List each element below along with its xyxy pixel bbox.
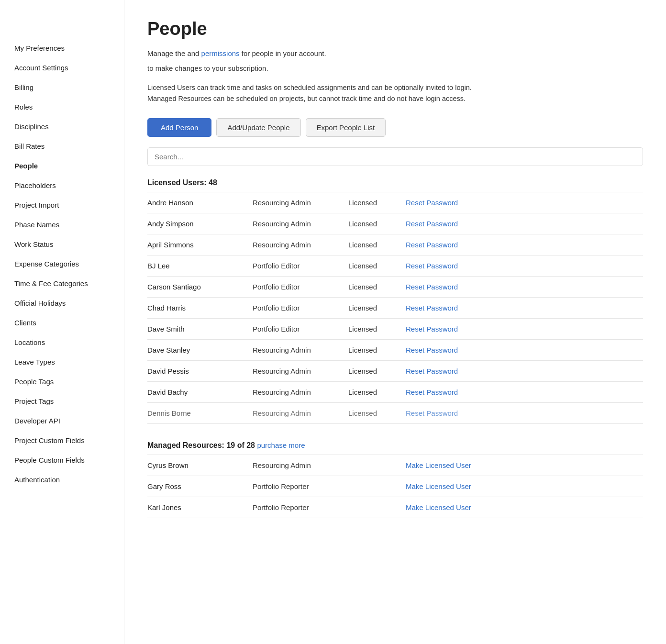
sidebar-item-placeholders[interactable]: Placeholders <box>0 176 124 195</box>
sidebar-item-authentication[interactable]: Authentication <box>0 470 124 489</box>
person-role: Portfolio Editor <box>253 255 348 276</box>
licensed-users-table: Andre HansonResourcing AdminLicensedRese… <box>147 192 643 424</box>
sidebar-item-roles[interactable]: Roles <box>0 97 124 117</box>
reset-password-action[interactable]: Reset Password <box>406 304 458 312</box>
search-input[interactable] <box>147 147 643 166</box>
person-type: Licensed <box>348 402 406 423</box>
sidebar-item-leave-types[interactable]: Leave Types <box>0 352 124 372</box>
person-name: David Pessis <box>147 360 253 381</box>
reset-password-action[interactable]: Reset Password <box>406 409 458 417</box>
main-content: People Manage the and permissions for pe… <box>124 0 666 644</box>
reset-password-link[interactable]: Reset Password <box>406 213 643 234</box>
sidebar-item-disciplines[interactable]: Disciplines <box>0 117 124 136</box>
add-update-people-button[interactable]: Add/Update People <box>216 118 300 137</box>
person-role: Resourcing Admin <box>253 192 348 213</box>
reset-password-action[interactable]: Reset Password <box>406 283 458 291</box>
make-licensed-user-action[interactable]: Make Licensed User <box>406 503 471 511</box>
person-name: BJ Lee <box>147 255 253 276</box>
reset-password-link[interactable]: Reset Password <box>406 255 643 276</box>
person-role: Portfolio Reporter <box>253 497 348 518</box>
reset-password-action[interactable]: Reset Password <box>406 346 458 354</box>
person-type: Licensed <box>348 213 406 234</box>
managed-resources-table: Cyrus BrownResourcing AdminMake Licensed… <box>147 455 643 518</box>
sidebar-item-expense-categories[interactable]: Expense Categories <box>0 254 124 274</box>
person-type: Licensed <box>348 255 406 276</box>
reset-password-link[interactable]: Reset Password <box>406 339 643 360</box>
make-licensed-user-link[interactable]: Make Licensed User <box>406 497 643 518</box>
reset-password-action[interactable]: Reset Password <box>406 241 458 249</box>
reset-password-link[interactable]: Reset Password <box>406 297 643 318</box>
sidebar-item-people-tags[interactable]: People Tags <box>0 372 124 391</box>
table-row: David PessisResourcing AdminLicensedRese… <box>147 360 643 381</box>
person-name: Karl Jones <box>147 497 253 518</box>
reset-password-link[interactable]: Reset Password <box>406 234 643 255</box>
table-row: Andre HansonResourcing AdminLicensedRese… <box>147 192 643 213</box>
reset-password-action[interactable]: Reset Password <box>406 367 458 375</box>
sidebar-item-work-status[interactable]: Work Status <box>0 234 124 254</box>
sidebar-item-project-import[interactable]: Project Import <box>0 195 124 215</box>
licensed-users-heading: Licensed Users: 48 <box>147 178 643 187</box>
reset-password-link[interactable]: Reset Password <box>406 276 643 297</box>
reset-password-link[interactable]: Reset Password <box>406 360 643 381</box>
sidebar-item-locations[interactable]: Locations <box>0 333 124 352</box>
description-line2: to make changes to your subscription. <box>147 63 643 74</box>
person-name: Cyrus Brown <box>147 455 253 476</box>
person-type-empty <box>348 476 406 497</box>
table-row: Chad HarrisPortfolio EditorLicensedReset… <box>147 297 643 318</box>
sidebar-item-people[interactable]: People <box>0 156 124 176</box>
person-name: Andy Simpson <box>147 213 253 234</box>
sidebar-item-phase-names[interactable]: Phase Names <box>0 215 124 234</box>
make-licensed-user-action[interactable]: Make Licensed User <box>406 482 471 490</box>
table-row: Dave SmithPortfolio EditorLicensedReset … <box>147 318 643 339</box>
person-role: Resourcing Admin <box>253 455 348 476</box>
reset-password-link[interactable]: Reset Password <box>406 402 643 423</box>
description-start: Manage the and <box>147 49 201 57</box>
sidebar-item-developer-api[interactable]: Developer API <box>0 411 124 431</box>
export-people-list-button[interactable]: Export People List <box>306 118 386 137</box>
person-name: Gary Ross <box>147 476 253 497</box>
sidebar-item-account-settings[interactable]: Account Settings <box>0 58 124 78</box>
sidebar-item-my-preferences[interactable]: My Preferences <box>0 38 124 58</box>
sidebar-item-project-tags[interactable]: Project Tags <box>0 391 124 411</box>
person-type: Licensed <box>348 297 406 318</box>
person-role: Portfolio Editor <box>253 318 348 339</box>
person-role: Resourcing Admin <box>253 381 348 402</box>
reset-password-action[interactable]: Reset Password <box>406 262 458 270</box>
sidebar-item-clients[interactable]: Clients <box>0 313 124 333</box>
sidebar: My PreferencesAccount SettingsBillingRol… <box>0 0 124 644</box>
person-role: Resourcing Admin <box>253 402 348 423</box>
sidebar-item-billing[interactable]: Billing <box>0 78 124 97</box>
sidebar-item-bill-rates[interactable]: Bill Rates <box>0 136 124 156</box>
table-row: Gary RossPortfolio ReporterMake Licensed… <box>147 476 643 497</box>
person-name: Dave Stanley <box>147 339 253 360</box>
reset-password-action[interactable]: Reset Password <box>406 199 458 207</box>
sidebar-item-people-custom-fields[interactable]: People Custom Fields <box>0 450 124 470</box>
person-role: Portfolio Reporter <box>253 476 348 497</box>
info-block: Licensed Users can track time and tasks … <box>147 82 643 104</box>
table-row: Karl JonesPortfolio ReporterMake License… <box>147 497 643 518</box>
make-licensed-user-link[interactable]: Make Licensed User <box>406 455 643 476</box>
sidebar-item-official-holidays[interactable]: Official Holidays <box>0 293 124 313</box>
person-role: Resourcing Admin <box>253 360 348 381</box>
table-row: April SimmonsResourcing AdminLicensedRes… <box>147 234 643 255</box>
person-type-empty <box>348 455 406 476</box>
reset-password-action[interactable]: Reset Password <box>406 388 458 396</box>
person-type: Licensed <box>348 360 406 381</box>
reset-password-link[interactable]: Reset Password <box>406 381 643 402</box>
sidebar-item-time-fee-categories[interactable]: Time & Fee Categories <box>0 274 124 293</box>
table-row: Dennis BorneResourcing AdminLicensedRese… <box>147 402 643 423</box>
reset-password-action[interactable]: Reset Password <box>406 220 458 228</box>
make-licensed-user-link[interactable]: Make Licensed User <box>406 476 643 497</box>
actions-row: Add Person Add/Update People Export Peop… <box>147 118 643 137</box>
permissions-link[interactable]: permissions <box>201 49 240 57</box>
purchase-more-link[interactable]: purchase more <box>257 441 305 449</box>
make-licensed-user-action[interactable]: Make Licensed User <box>406 461 471 469</box>
person-role: Resourcing Admin <box>253 213 348 234</box>
reset-password-link[interactable]: Reset Password <box>406 192 643 213</box>
page-title: People <box>147 19 643 39</box>
add-person-button[interactable]: Add Person <box>147 118 211 137</box>
person-role: Resourcing Admin <box>253 234 348 255</box>
reset-password-link[interactable]: Reset Password <box>406 318 643 339</box>
reset-password-action[interactable]: Reset Password <box>406 325 458 333</box>
sidebar-item-project-custom-fields[interactable]: Project Custom Fields <box>0 431 124 450</box>
